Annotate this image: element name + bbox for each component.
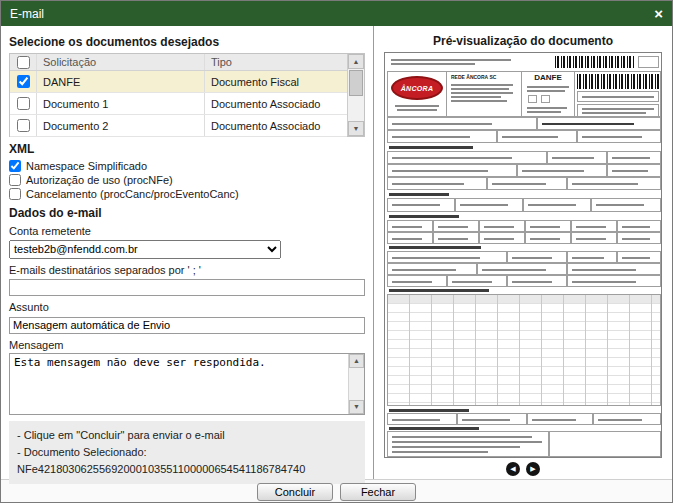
recipients-label: E-mails destinatários separados por ' ; … xyxy=(9,264,365,276)
table-row-danfe[interactable]: DANFE Documento Fiscal xyxy=(10,71,347,93)
email-dialog: E-mail × Selecione os documentos desejad… xyxy=(0,0,673,503)
scroll-down-icon[interactable]: ▼ xyxy=(348,121,364,136)
selected-document-key: NFe4218030625569200010355110000065454118… xyxy=(17,461,357,478)
danfe-checkbox[interactable] xyxy=(17,75,30,88)
info-box: - Clique em "Concluir" para enviar o e-m… xyxy=(9,421,365,484)
message-area: Esta mensagem não deve ser respondida. ▲… xyxy=(9,353,365,415)
sender-label: Conta remetente xyxy=(9,225,365,237)
danfe-title: DANFE xyxy=(521,73,575,82)
email-data-heading: Dados do e-mail xyxy=(9,206,365,220)
documents-table: Solicitação Tipo DANFE Documento Fiscal … xyxy=(9,53,365,137)
barcode-main-icon xyxy=(577,74,659,89)
autorizacao-checkbox[interactable] xyxy=(9,174,21,186)
scroll-up-icon[interactable]: ▲ xyxy=(349,354,364,368)
xml-option-cancelamento[interactable]: Cancelamento (procCanc/procEventoCanc) xyxy=(9,188,365,200)
previous-page-button[interactable]: ◀ xyxy=(506,462,520,476)
column-header-solicitacao: Solicitação xyxy=(37,54,205,70)
subject-label: Assunto xyxy=(9,301,365,313)
products-grid xyxy=(387,294,661,406)
scrollbar-thumb[interactable] xyxy=(349,70,363,96)
row-type: Documento Associado xyxy=(205,98,347,110)
scroll-down-icon[interactable]: ▼ xyxy=(349,400,364,414)
row-type: Documento Fiscal xyxy=(205,76,347,88)
preview-pager: ◀ ▶ xyxy=(506,462,540,476)
table-scrollbar[interactable]: ▲ ▼ xyxy=(347,54,364,136)
preview-panel: Pré-visualização do documento ÂNCORA RED… xyxy=(374,26,672,479)
company-name: REDE ÂNCORA SC xyxy=(451,74,496,80)
message-textarea[interactable]: Esta mensagem não deve ser respondida. xyxy=(9,353,365,415)
xml-option-namespace[interactable]: Namespace Simplificado xyxy=(9,160,365,172)
row-name: DANFE xyxy=(37,71,205,92)
cancelamento-checkbox[interactable] xyxy=(9,188,21,200)
header-checkbox-cell xyxy=(10,54,37,70)
select-all-checkbox[interactable] xyxy=(17,56,30,69)
row-name: Documento 2 xyxy=(37,115,205,136)
dialog-body: Selecione os documentos desejados Solici… xyxy=(1,26,672,479)
preview-heading: Pré-visualização do documento xyxy=(378,34,668,48)
left-panel: Selecione os documentos desejados Solici… xyxy=(1,26,374,479)
sender-select[interactable]: testeb2b@nfendd.com.br xyxy=(9,240,281,259)
documents-heading: Selecione os documentos desejados xyxy=(9,35,365,49)
documento-2-checkbox[interactable] xyxy=(17,119,30,132)
ancora-logo: ÂNCORA xyxy=(391,76,443,100)
xml-option-label: Cancelamento (procCanc/procEventoCanc) xyxy=(26,188,239,200)
fechar-button[interactable]: Fechar xyxy=(340,483,416,501)
message-scrollbar[interactable]: ▲ ▼ xyxy=(348,354,364,414)
row-type: Documento Associado xyxy=(205,120,347,132)
dialog-title: E-mail xyxy=(10,7,654,21)
info-line-1: - Clique em "Concluir" para enviar o e-m… xyxy=(17,427,357,444)
dialog-titlebar: E-mail × xyxy=(1,1,672,26)
xml-option-label: Namespace Simplificado xyxy=(26,160,147,172)
message-label: Mensagem xyxy=(9,339,365,351)
documents-table-header: Solicitação Tipo xyxy=(10,54,347,71)
concluir-button[interactable]: Concluir xyxy=(257,483,333,501)
close-icon[interactable]: × xyxy=(654,6,663,21)
xml-option-autorizacao[interactable]: Autorização de uso (procNFe) xyxy=(9,174,365,186)
next-page-button[interactable]: ▶ xyxy=(526,462,540,476)
row-checkbox-cell xyxy=(10,115,37,136)
xml-heading: XML xyxy=(9,142,365,156)
row-checkbox-cell xyxy=(10,93,37,114)
document-preview: ÂNCORA REDE ÂNCORA SC DANFE xyxy=(384,52,662,458)
column-header-tipo: Tipo xyxy=(205,56,347,68)
xml-option-label: Autorização de uso (procNFe) xyxy=(26,174,173,186)
row-name: Documento 1 xyxy=(37,93,205,114)
row-checkbox-cell xyxy=(10,71,37,92)
recipients-input[interactable] xyxy=(9,279,365,296)
namespace-checkbox[interactable] xyxy=(9,160,21,172)
barcode-small-icon xyxy=(555,56,635,68)
info-line-2: - Documento Selecionado: xyxy=(17,444,357,461)
table-row-documento-1[interactable]: Documento 1 Documento Associado xyxy=(10,93,347,115)
scroll-up-icon[interactable]: ▲ xyxy=(348,54,364,69)
documento-1-checkbox[interactable] xyxy=(17,97,30,110)
subject-input[interactable] xyxy=(9,317,365,334)
table-row-documento-2[interactable]: Documento 2 Documento Associado xyxy=(10,115,347,137)
